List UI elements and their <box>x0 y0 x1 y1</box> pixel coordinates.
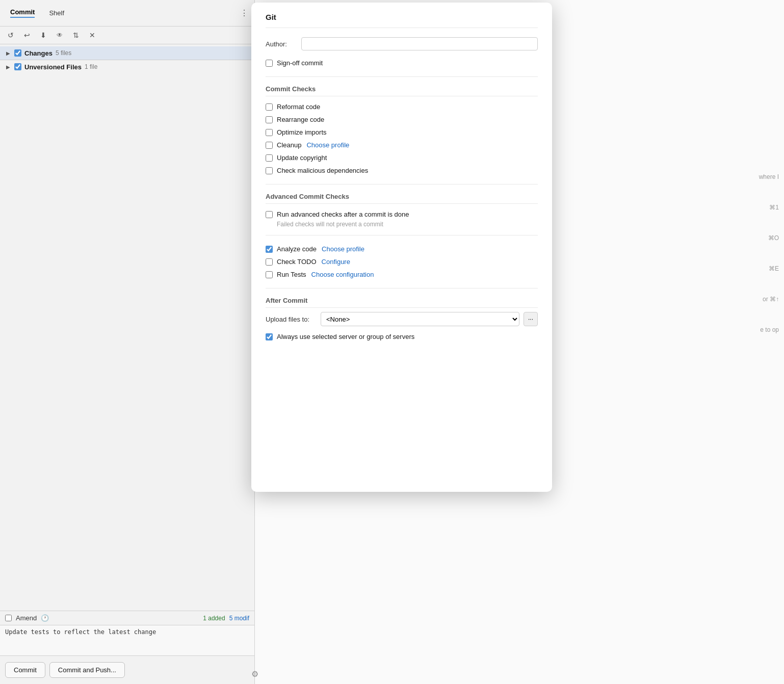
malicious-checkbox[interactable] <box>266 167 273 174</box>
author-label: Author: <box>266 40 301 48</box>
clock-icon: 🕐 <box>41 614 49 622</box>
unversioned-checkbox[interactable] <box>14 63 21 70</box>
close-diff-button[interactable]: ✕ <box>87 30 98 41</box>
run-advanced-checkbox[interactable] <box>266 211 273 218</box>
unversioned-chevron: ▶ <box>4 63 12 71</box>
gear-icon: ⚙ <box>251 670 258 678</box>
shortcut-4: ⌘E <box>759 265 779 272</box>
divider-3 <box>266 235 538 235</box>
shortcut-5: or ⌘↑ <box>759 296 779 303</box>
always-use-checkbox[interactable] <box>266 333 273 340</box>
unversioned-label: Unversioned Files <box>24 63 82 71</box>
todo-checkbox[interactable] <box>266 258 273 266</box>
commit-checks-title: Commit Checks <box>266 85 538 96</box>
run-tests-label: Run Tests <box>277 271 306 278</box>
download-button[interactable]: ⬇ <box>38 30 49 41</box>
commit-message-area[interactable]: Update tests to reflect the latest chang… <box>0 625 254 655</box>
run-advanced-row: Run advanced checks after a commit is do… <box>266 208 538 221</box>
toolbar: ↺ ↩ ⬇ 👁 ⇅ ✕ <box>0 27 254 44</box>
commit-and-push-button[interactable]: Commit and Push... <box>49 662 125 678</box>
sign-off-label: Sign-off commit <box>277 59 323 67</box>
more-options-button[interactable]: ⋮ <box>238 7 250 19</box>
tab-commit[interactable]: Commit <box>4 5 41 21</box>
changes-checkbox[interactable] <box>14 49 21 57</box>
shortcuts-area: where I ⌘1 ⌘O ⌘E or ⌘↑ e to op <box>759 173 779 333</box>
always-use-label: Always use selected server or group of s… <box>277 333 414 340</box>
changes-label: Changes <box>24 49 53 57</box>
shortcut-6: e to op <box>759 326 779 333</box>
changes-row[interactable]: ▶ Changes 5 files <box>0 46 254 60</box>
amend-label: Amend <box>16 614 37 622</box>
amend-checkbox[interactable] <box>5 615 12 621</box>
stats-added: 1 added <box>203 615 225 622</box>
sign-off-checkbox[interactable] <box>266 60 273 67</box>
upload-more-button[interactable]: ··· <box>524 312 538 326</box>
divider-4 <box>266 288 538 288</box>
unversioned-row[interactable]: ▶ Unversioned Files 1 file <box>0 60 254 73</box>
popup-title: Git <box>266 13 538 28</box>
move-button[interactable]: ⇅ <box>70 30 82 41</box>
reformat-row: Reformat code <box>266 100 538 113</box>
commit-button[interactable]: Commit <box>5 662 45 678</box>
ellipsis-icon: ··· <box>528 315 533 323</box>
refresh-icon: ↺ <box>8 31 14 39</box>
after-commit-title: After Commit <box>266 297 538 308</box>
sign-off-row: Sign-off commit <box>266 57 538 69</box>
cleanup-choose-profile-button[interactable]: Choose profile <box>306 141 349 149</box>
analyze-choose-profile-button[interactable]: Choose profile <box>322 245 364 253</box>
shortcut-2: ⌘1 <box>759 204 779 211</box>
cleanup-checkbox[interactable] <box>266 142 273 149</box>
changes-chevron: ▶ <box>4 49 12 57</box>
rearrange-label: Rearrange code <box>277 116 324 123</box>
run-tests-choose-config-button[interactable]: Choose configuration <box>311 271 374 278</box>
download-icon: ⬇ <box>40 31 46 39</box>
copyright-row: Update copyright <box>266 151 538 164</box>
todo-configure-button[interactable]: Configure <box>322 258 350 266</box>
refresh-button[interactable]: ↺ <box>5 30 16 41</box>
reformat-checkbox[interactable] <box>266 103 273 111</box>
show-button[interactable]: 👁 <box>54 30 65 41</box>
eye-icon: 👁 <box>57 32 63 39</box>
upload-row: Upload files to: <None> ··· <box>266 312 538 326</box>
divider-1 <box>266 76 538 77</box>
copyright-checkbox[interactable] <box>266 154 273 162</box>
analyze-checkbox[interactable] <box>266 246 273 253</box>
optimize-row: Optimize imports <box>266 126 538 139</box>
rearrange-row: Rearrange code <box>266 113 538 126</box>
arrows-icon: ⇅ <box>73 31 79 39</box>
analyze-label: Analyze code <box>277 245 317 253</box>
tabs-bar: Commit Shelf ⋮ <box>0 0 254 27</box>
malicious-row: Check malicious dependencies <box>266 164 538 177</box>
undo-button[interactable]: ↩ <box>21 30 33 41</box>
author-row: Author: <box>266 37 538 50</box>
author-input[interactable] <box>301 37 538 50</box>
close-icon: ✕ <box>89 31 95 39</box>
optimize-label: Optimize imports <box>277 128 327 136</box>
cleanup-label: Cleanup <box>277 141 301 149</box>
run-tests-checkbox[interactable] <box>266 271 273 278</box>
rearrange-checkbox[interactable] <box>266 116 273 123</box>
advanced-note: Failed checks will not prevent a commit <box>277 221 538 228</box>
todo-row: Check TODO Configure <box>266 255 538 268</box>
file-tree: ▶ Changes 5 files ▶ Unversioned Files 1 … <box>0 44 254 330</box>
undo-icon: ↩ <box>24 31 30 39</box>
divider-2 <box>266 184 538 185</box>
optimize-checkbox[interactable] <box>266 129 273 136</box>
changes-count: 5 files <box>56 49 71 57</box>
run-advanced-label: Run advanced checks after a commit is do… <box>277 211 409 218</box>
unversioned-count: 1 file <box>85 63 97 70</box>
tab-shelf[interactable]: Shelf <box>43 6 70 20</box>
advanced-checks-title: Advanced Commit Checks <box>266 193 538 204</box>
amend-bar: Amend 🕐 1 added 5 modif <box>0 611 254 625</box>
cleanup-row: Cleanup Choose profile <box>266 139 538 151</box>
git-popup: Git Author: Sign-off commit Commit Check… <box>251 3 552 492</box>
left-panel: Commit Shelf ⋮ ↺ ↩ ⬇ 👁 ⇅ ✕ ▶ Changes 5 f <box>0 0 255 684</box>
settings-icon-area[interactable]: ⚙ <box>251 669 258 679</box>
shortcut-3: ⌘O <box>759 234 779 242</box>
reformat-label: Reformat code <box>277 103 320 111</box>
todo-label: Check TODO <box>277 258 317 266</box>
analyze-row: Analyze code Choose profile <box>266 243 538 255</box>
stats-modified: 5 modif <box>229 615 249 622</box>
shortcut-1: where I <box>759 173 779 180</box>
upload-select[interactable]: <None> <box>321 312 519 326</box>
